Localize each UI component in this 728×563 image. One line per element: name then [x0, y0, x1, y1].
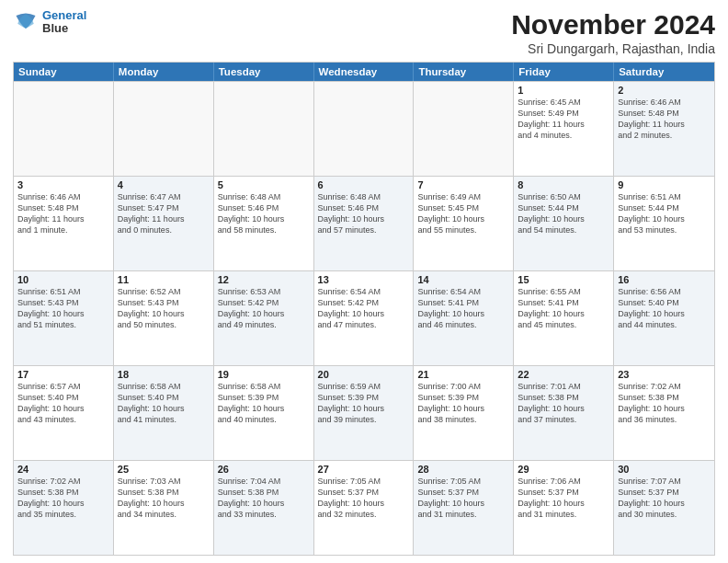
day-number: 29: [518, 464, 609, 475]
day-number: 14: [417, 274, 509, 285]
day-info: Sunrise: 6:53 AM Sunset: 5:42 PM Dayligh…: [218, 286, 310, 331]
calendar-header-cell: Tuesday: [214, 63, 314, 81]
day-info: Sunrise: 6:48 AM Sunset: 5:46 PM Dayligh…: [218, 191, 310, 236]
calendar-cell: 14Sunrise: 6:54 AM Sunset: 5:41 PM Dayli…: [414, 271, 514, 365]
calendar-week: 1Sunrise: 6:45 AM Sunset: 5:49 PM Daylig…: [14, 81, 714, 176]
day-info: Sunrise: 7:05 AM Sunset: 5:37 PM Dayligh…: [318, 476, 410, 521]
page: General Blue November 2024 Sri Dungargar…: [0, 0, 728, 563]
day-info: Sunrise: 6:58 AM Sunset: 5:40 PM Dayligh…: [118, 381, 210, 426]
calendar-cell: 29Sunrise: 7:06 AM Sunset: 5:37 PM Dayli…: [514, 461, 614, 555]
day-number: 24: [17, 464, 109, 475]
calendar-header-cell: Friday: [514, 63, 614, 81]
logo-line1: General: [42, 8, 86, 22]
title-block: November 2024 Sri Dungargarh, Rajasthan,…: [511, 9, 715, 56]
day-number: 23: [618, 369, 711, 380]
calendar-cell: 21Sunrise: 7:00 AM Sunset: 5:39 PM Dayli…: [414, 366, 514, 460]
calendar-cell: 17Sunrise: 6:57 AM Sunset: 5:40 PM Dayli…: [14, 366, 114, 460]
day-info: Sunrise: 7:02 AM Sunset: 5:38 PM Dayligh…: [618, 381, 711, 426]
day-info: Sunrise: 6:56 AM Sunset: 5:40 PM Dayligh…: [618, 286, 711, 331]
calendar-cell: 24Sunrise: 7:02 AM Sunset: 5:38 PM Dayli…: [14, 461, 114, 555]
day-number: 7: [417, 179, 509, 190]
day-number: 12: [218, 274, 310, 285]
calendar-body: 1Sunrise: 6:45 AM Sunset: 5:49 PM Daylig…: [14, 81, 714, 555]
day-info: Sunrise: 6:48 AM Sunset: 5:46 PM Dayligh…: [318, 191, 410, 236]
day-info: Sunrise: 7:07 AM Sunset: 5:37 PM Dayligh…: [618, 476, 711, 521]
calendar-week: 3Sunrise: 6:46 AM Sunset: 5:48 PM Daylig…: [14, 176, 714, 270]
day-info: Sunrise: 6:55 AM Sunset: 5:41 PM Dayligh…: [518, 286, 609, 331]
logo: General Blue: [13, 9, 86, 36]
calendar-cell: 7Sunrise: 6:49 AM Sunset: 5:45 PM Daylig…: [414, 177, 514, 270]
logo-line2: Blue: [42, 22, 86, 35]
calendar-cell: 18Sunrise: 6:58 AM Sunset: 5:40 PM Dayli…: [114, 366, 214, 460]
day-number: 27: [318, 464, 410, 475]
day-info: Sunrise: 7:01 AM Sunset: 5:38 PM Dayligh…: [518, 381, 609, 426]
day-info: Sunrise: 6:45 AM Sunset: 5:49 PM Dayligh…: [518, 97, 609, 142]
calendar-header-cell: Saturday: [614, 63, 714, 81]
day-number: 5: [218, 179, 310, 190]
day-info: Sunrise: 7:03 AM Sunset: 5:38 PM Dayligh…: [118, 476, 210, 521]
calendar-cell: [114, 82, 214, 176]
day-number: 28: [417, 464, 509, 475]
day-info: Sunrise: 6:52 AM Sunset: 5:43 PM Dayligh…: [118, 286, 210, 331]
day-info: Sunrise: 6:46 AM Sunset: 5:48 PM Dayligh…: [17, 191, 109, 236]
calendar-cell: 11Sunrise: 6:52 AM Sunset: 5:43 PM Dayli…: [114, 271, 214, 365]
day-number: 16: [618, 274, 711, 285]
day-number: 25: [118, 464, 210, 475]
calendar-week: 24Sunrise: 7:02 AM Sunset: 5:38 PM Dayli…: [14, 460, 714, 555]
day-number: 1: [518, 85, 609, 96]
calendar-cell: 6Sunrise: 6:48 AM Sunset: 5:46 PM Daylig…: [314, 177, 415, 270]
calendar-cell: 15Sunrise: 6:55 AM Sunset: 5:41 PM Dayli…: [514, 271, 614, 365]
day-number: 6: [318, 179, 410, 190]
calendar: SundayMondayTuesdayWednesdayThursdayFrid…: [13, 62, 715, 556]
subtitle: Sri Dungargarh, Rajasthan, India: [511, 41, 715, 56]
calendar-cell: 8Sunrise: 6:50 AM Sunset: 5:44 PM Daylig…: [514, 177, 614, 270]
calendar-week: 17Sunrise: 6:57 AM Sunset: 5:40 PM Dayli…: [14, 365, 714, 460]
day-number: 22: [518, 369, 609, 380]
logo-text: General Blue: [42, 9, 86, 36]
day-number: 26: [218, 464, 310, 475]
day-number: 17: [17, 369, 109, 380]
calendar-cell: 13Sunrise: 6:54 AM Sunset: 5:42 PM Dayli…: [314, 271, 415, 365]
day-number: 2: [618, 85, 711, 96]
main-title: November 2024: [511, 9, 715, 40]
day-info: Sunrise: 6:59 AM Sunset: 5:39 PM Dayligh…: [318, 381, 410, 426]
day-info: Sunrise: 7:00 AM Sunset: 5:39 PM Dayligh…: [417, 381, 509, 426]
calendar-cell: 23Sunrise: 7:02 AM Sunset: 5:38 PM Dayli…: [614, 366, 714, 460]
calendar-cell: [414, 82, 514, 176]
calendar-cell: 19Sunrise: 6:58 AM Sunset: 5:39 PM Dayli…: [214, 366, 314, 460]
day-info: Sunrise: 6:51 AM Sunset: 5:43 PM Dayligh…: [17, 286, 109, 331]
calendar-cell: 9Sunrise: 6:51 AM Sunset: 5:44 PM Daylig…: [614, 177, 714, 270]
header: General Blue November 2024 Sri Dungargar…: [13, 9, 715, 56]
day-number: 20: [318, 369, 410, 380]
day-number: 21: [417, 369, 509, 380]
calendar-week: 10Sunrise: 6:51 AM Sunset: 5:43 PM Dayli…: [14, 270, 714, 365]
calendar-cell: [14, 82, 114, 176]
calendar-cell: [214, 82, 314, 176]
day-info: Sunrise: 6:46 AM Sunset: 5:48 PM Dayligh…: [618, 97, 711, 142]
calendar-cell: 27Sunrise: 7:05 AM Sunset: 5:37 PM Dayli…: [314, 461, 415, 555]
calendar-cell: 16Sunrise: 6:56 AM Sunset: 5:40 PM Dayli…: [614, 271, 714, 365]
calendar-cell: 3Sunrise: 6:46 AM Sunset: 5:48 PM Daylig…: [14, 177, 114, 270]
day-info: Sunrise: 6:50 AM Sunset: 5:44 PM Dayligh…: [518, 191, 609, 236]
calendar-cell: 12Sunrise: 6:53 AM Sunset: 5:42 PM Dayli…: [214, 271, 314, 365]
day-number: 3: [17, 179, 109, 190]
day-number: 19: [218, 369, 310, 380]
day-info: Sunrise: 7:02 AM Sunset: 5:38 PM Dayligh…: [17, 476, 109, 521]
calendar-header-row: SundayMondayTuesdayWednesdayThursdayFrid…: [14, 63, 714, 81]
day-number: 30: [618, 464, 711, 475]
day-info: Sunrise: 6:47 AM Sunset: 5:47 PM Dayligh…: [118, 191, 210, 236]
day-number: 11: [118, 274, 210, 285]
day-number: 10: [17, 274, 109, 285]
calendar-cell: 22Sunrise: 7:01 AM Sunset: 5:38 PM Dayli…: [514, 366, 614, 460]
calendar-header-cell: Wednesday: [314, 63, 415, 81]
day-number: 13: [318, 274, 410, 285]
day-number: 8: [518, 179, 609, 190]
calendar-cell: 1Sunrise: 6:45 AM Sunset: 5:49 PM Daylig…: [514, 82, 614, 176]
day-info: Sunrise: 6:49 AM Sunset: 5:45 PM Dayligh…: [417, 191, 509, 236]
logo-icon: [13, 9, 39, 35]
day-info: Sunrise: 7:06 AM Sunset: 5:37 PM Dayligh…: [518, 476, 609, 521]
day-info: Sunrise: 6:58 AM Sunset: 5:39 PM Dayligh…: [218, 381, 310, 426]
day-number: 9: [618, 179, 711, 190]
calendar-cell: 20Sunrise: 6:59 AM Sunset: 5:39 PM Dayli…: [314, 366, 415, 460]
calendar-cell: 10Sunrise: 6:51 AM Sunset: 5:43 PM Dayli…: [14, 271, 114, 365]
